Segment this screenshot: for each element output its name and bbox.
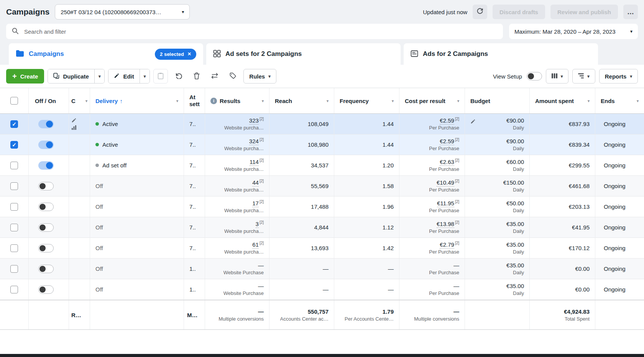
row-checkbox[interactable] [10, 224, 18, 231]
cost-per-result-value[interactable]: €2.59 [440, 117, 454, 124]
duplicate-split-button: Duplicate ▾ [48, 69, 105, 84]
campaign-toggle[interactable] [38, 120, 54, 128]
duplicate-dropdown-button[interactable]: ▾ [94, 69, 105, 83]
column-amount-spent[interactable]: Amount spent▾ [530, 88, 595, 113]
search-icon [12, 27, 19, 36]
tag-button[interactable] [225, 69, 240, 84]
attribution-cell: 1.. [184, 259, 205, 279]
results-value[interactable]: 114 [250, 159, 259, 166]
edit-budget-icon[interactable] [470, 119, 476, 124]
duplicate-button[interactable]: Duplicate [48, 69, 94, 83]
column-ends[interactable]: Ends▾ [595, 88, 644, 113]
account-dropdown[interactable]: 250#T 03/12 04 (1020080669200373… ▾ [55, 4, 190, 20]
clear-selection-icon[interactable]: ✕ [187, 51, 191, 57]
campaign-toggle[interactable] [38, 203, 54, 211]
column-budget[interactable]: Budget [465, 88, 530, 113]
row-checkbox[interactable] [10, 203, 18, 211]
amount-spent-cell: €0.00 [530, 279, 595, 300]
results-value[interactable]: 44 [252, 179, 259, 187]
delivery-cell: Active [90, 134, 184, 155]
campaign-toggle[interactable] [38, 161, 54, 170]
row-checkbox[interactable] [10, 286, 18, 293]
cost-per-result-value[interactable]: €11.95 [437, 200, 454, 207]
more-options-button[interactable]: … [623, 5, 638, 19]
ads-frame-icon [411, 50, 418, 59]
tab-ads[interactable]: Ads for 2 Campaigns [404, 43, 598, 65]
table-empty-area [0, 330, 644, 357]
attribution-cell: 7.. [184, 238, 205, 258]
edit-dropdown-button[interactable]: ▾ [140, 69, 150, 83]
frequency-cell: 1.96 [334, 197, 399, 217]
undo-button[interactable] [171, 69, 186, 84]
campaign-toggle[interactable] [38, 265, 54, 273]
row-checkbox[interactable] [10, 182, 18, 190]
summary-row: R… M… —Multiple conversions 550,757Accou… [0, 300, 644, 330]
row-checkbox[interactable] [10, 162, 18, 169]
paste-button[interactable] [153, 69, 168, 84]
select-all-checkbox[interactable] [10, 97, 18, 105]
results-value[interactable]: 3 [256, 221, 259, 228]
toolbar: + Create Duplicate ▾ Edit [0, 65, 644, 88]
date-range-selector[interactable]: Maximum: Mar 28, 2020 – Apr 28, 2023 ▾ [509, 24, 638, 39]
cost-per-result-value[interactable]: €10.49 [437, 179, 454, 187]
view-setup-toggle[interactable] [527, 72, 542, 80]
row-checkbox[interactable] [10, 244, 18, 252]
results-value[interactable]: 61 [252, 241, 259, 249]
campaign-toggle[interactable] [38, 244, 54, 252]
tab-campaigns[interactable]: Campaigns 2 selected ✕ [9, 43, 203, 65]
row-checkbox[interactable]: ✓ [10, 120, 18, 128]
results-value[interactable]: 323 [249, 117, 259, 124]
delivery-status-dot [95, 143, 99, 146]
search-input[interactable]: Search and filter [6, 24, 503, 39]
edit-campaign-icon[interactable] [71, 118, 77, 123]
column-attribution-setting[interactable]: At sett [184, 88, 205, 113]
results-cell: 61[2]Website purcha… [205, 238, 269, 258]
create-button[interactable]: + Create [6, 69, 44, 84]
column-cost-per-result[interactable]: Cost per result▾ [399, 88, 465, 113]
view-charts-icon[interactable] [71, 125, 77, 130]
results-value[interactable]: 17 [252, 200, 259, 207]
columns-button[interactable]: ▾ [546, 69, 569, 84]
chevron-down-icon: ▾ [325, 99, 329, 103]
budget-cell: €90.00Daily [465, 114, 530, 134]
rules-button[interactable]: Rules ▾ [243, 69, 276, 84]
review-publish-button[interactable]: Review and publish [550, 5, 618, 19]
results-value: — [258, 262, 264, 269]
cost-per-result-value[interactable]: €2.63 [440, 159, 454, 166]
checkbox-cell [0, 176, 29, 196]
results-value[interactable]: 324 [249, 138, 259, 145]
column-frequency[interactable]: Frequency▾ [334, 88, 399, 113]
reports-button[interactable]: Reports ▾ [599, 69, 638, 84]
campaign-toggle[interactable] [38, 141, 54, 149]
reach-cell: 34,537 [269, 155, 334, 175]
column-campaign[interactable]: C▾ [69, 88, 90, 113]
edit-button[interactable]: Edit [108, 69, 139, 83]
chevron-down-icon: ▾ [175, 99, 178, 103]
campaigns-table: Off / On C▾ Delivery↑ ▾ At sett i Result… [0, 88, 644, 330]
breakdown-button[interactable]: ▾ [572, 69, 595, 84]
results-cell: 323[2]Website purcha… [205, 114, 269, 134]
cost-per-result-value[interactable]: €13.98 [437, 221, 454, 228]
campaign-toggle[interactable] [38, 182, 54, 190]
chevron-down-icon: ▾ [630, 74, 632, 79]
campaign-row: Off1..—Website Purchase———Per Purchase€3… [0, 279, 644, 300]
delete-button[interactable] [189, 69, 204, 84]
campaign-toggle[interactable] [38, 285, 54, 294]
budget-cell: €35.00Daily [465, 259, 530, 279]
tab-ad-sets[interactable]: Ad sets for 2 Campaigns [206, 43, 401, 65]
row-checkbox[interactable]: ✓ [10, 141, 18, 149]
reach-cell: 108,049 [269, 114, 334, 134]
cost-per-result-value[interactable]: €2.79 [440, 241, 454, 249]
delivery-status: Off [95, 224, 103, 231]
refresh-button[interactable] [473, 5, 487, 19]
campaign-toggle[interactable] [38, 223, 54, 232]
campaign-actions-cell [69, 155, 90, 175]
column-results[interactable]: i Results ▾ [205, 88, 269, 113]
column-delivery[interactable]: Delivery↑ ▾ [90, 88, 184, 113]
cost-per-result-value[interactable]: €2.59 [440, 138, 454, 145]
ab-test-button[interactable] [207, 69, 222, 84]
discard-drafts-button[interactable]: Discard drafts [493, 5, 545, 19]
column-reach[interactable]: Reach▾ [269, 88, 334, 113]
row-checkbox[interactable] [10, 265, 18, 273]
duplicate-icon [53, 73, 59, 80]
